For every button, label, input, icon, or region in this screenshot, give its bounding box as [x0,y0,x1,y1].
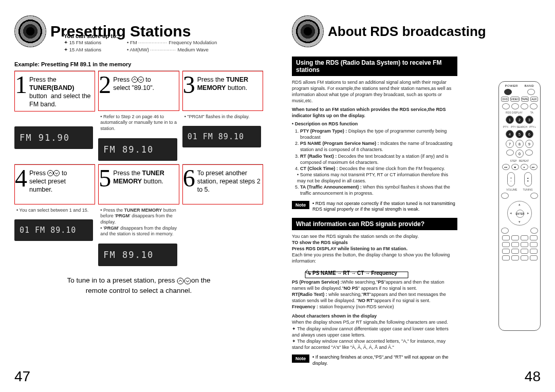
remote-btn [530,249,538,254]
step-head: 2 Press toselect "89.10". [98,71,179,111]
remote-menu-btn [501,193,509,199]
about-chars-b2: The display window cannot show accented … [292,339,446,350]
dpad-down-icon: ▾ [519,220,521,224]
note-1: Note • RDS may not operate correctly if … [292,201,457,213]
note-badge: Note [292,201,309,209]
remote-num-5: 5 [515,130,524,138]
remote-num-1: 1 [506,116,514,124]
note-2: Note • If searching finishes at once,"PS… [292,354,457,366]
step-sub [14,111,95,124]
step-4: 4 Press toselect presetnumber. • You can… [14,164,95,266]
remote-btn [511,103,519,109]
remote-dpad: ENTER ▴ ▾ ◂ ▸ [507,201,532,226]
rds-list: PTY (Program Type) : Displays the type o… [292,128,457,197]
about-chars-head: About characters shown in the display [292,313,457,319]
step-text: Press theTUNER(BAND)button and select th… [29,73,92,109]
dotline-icon: ················· [151,48,178,52]
remote-btn [502,235,510,240]
rds-intro-text: RDS allows FM stations to send an additi… [292,79,457,104]
remote-tuning-rocker: ▴▾ [524,172,532,186]
step-head: 1 Press theTUNER(BAND)button and select … [14,71,95,111]
step-text: To preset another station, repeat steps … [197,167,261,194]
svg-point-4 [177,278,183,284]
remote-aux-btn: AUX [530,97,538,102]
step-sub: • You can select between 1 and 15. [14,204,95,217]
about-chars-1: When the display shows PS,or RT signals,… [292,319,457,325]
about-chars-b1: The display window cannot differentiate … [292,326,449,338]
remote-num-8: 8 [515,140,524,148]
remote-band-btn [527,89,535,95]
step-text: Press the TUNERMEMORY button. [197,73,248,92]
to-show-2: Each time you press the button, the disp… [292,252,457,264]
note-text: • If searching finishes at once,"PS",and… [312,354,457,366]
note-text: • RDS may not operate correctly if the s… [312,201,457,213]
rds-item-ta: TA (Traffic Announcement) : When this sy… [300,184,457,196]
step-number: 4 [15,167,27,189]
remote-btn [525,150,533,156]
remote-label: PTY- PTY SEARCH PTY+ [499,125,540,128]
remote-btn [511,249,519,254]
step-sub: • "PRGM" flashes in the display. [182,111,263,123]
step-number: 1 [15,73,27,96]
dotline-icon: ··················· [138,41,169,45]
page-48: About RDS broadcasting Using the RDS (Ra… [278,0,555,392]
rt-desc: RT(Radio Text) : while searching,"RT"app… [292,291,457,304]
remote-prev-icon: ◂◂ [502,164,510,170]
to-show-head-b: TO show the RDS signals [292,240,348,245]
remote-btn [530,235,538,240]
remote-stop-icon: ■ [511,164,519,170]
remote-num-6: 6 [525,130,533,138]
remote-btn [502,255,510,260]
flow-labels: ↳ PS NAME→ RT→ CT→ Frequency [304,270,457,276]
remote-label: RDS DISPLAY TA [499,111,540,114]
provide-intro: You can see the RDS signals the station … [292,233,457,239]
remote-btn [530,228,538,234]
remote-volume-rocker: +− [507,172,515,186]
step-3: 3 Press the TUNERMEMORY button. • "PRGM"… [182,70,263,161]
step-number: 3 [183,73,195,96]
rds-item-ct-sub: • Some stations may not transmit PTY, RT… [297,172,457,184]
to-show-head: TO show the RDS signals [292,239,457,246]
remote-tape-btn: TAPE [521,97,529,102]
capacity-col: ✦ 15 FM stations ✦ 15 AM stations [64,39,101,54]
flow-rt: RT [343,270,350,276]
remote-btn [506,150,514,156]
rds-tuned-bold: When tuned to an FM station which provid… [292,107,446,118]
page-title-right: About RDS broadcasting [328,24,486,40]
remote-btn [511,242,519,247]
remote-btn [501,228,509,234]
remote-return-btn [530,193,538,199]
step-number: 2 [99,73,111,96]
step-number: 6 [183,167,195,189]
to-show-1: Press RDS DISPLAY while listening to an … [292,246,457,252]
lcd-display: 01 FM 89.10 [182,126,261,147]
freq-desc: Frequency : station frequency (non-RDS s… [292,304,457,310]
flow-freq: Frequency [371,270,397,276]
remote-btn [521,242,528,247]
to-show-1b: Press RDS DISPLAY while listening to an … [292,246,408,251]
tuning-up-down-icon [132,76,144,83]
tuning-up-down-icon [177,277,189,284]
speaker-icon [292,15,324,47]
remote-num-4: 4 [506,130,514,138]
cap-am: ✦ 15 AM stations [64,47,101,52]
note2-text: If searching finishes at once,"PS",and "… [312,354,448,366]
remote-enter-btn: ENTER [516,210,524,218]
remote-num-9: 9 [525,140,533,148]
svg-point-3 [54,171,60,176]
step-number: 5 [99,167,111,189]
lcd-display: 01 FM 89.10 [14,219,93,241]
step-sub: • Press the TUNER MEMORY button before '… [98,204,179,240]
example-line: Example: Presetting FM 89.1 in the memor… [14,61,263,67]
note-badge: Note [292,354,309,363]
remote-btn [521,235,528,240]
about-chars-head-b: About characters shown in the display [292,313,377,319]
dpad-right-icon: ▸ [527,211,529,215]
remote-num-3: 3 [525,116,533,124]
remote-btn [530,242,538,247]
remote-num-2: 2 [515,116,524,124]
dpad-up-icon: ▴ [519,202,521,207]
remote-btn [521,249,528,254]
note1-text: RDS may not operate correctly if the sta… [312,201,455,212]
step-text: Press toselect "89.10". [113,73,154,92]
